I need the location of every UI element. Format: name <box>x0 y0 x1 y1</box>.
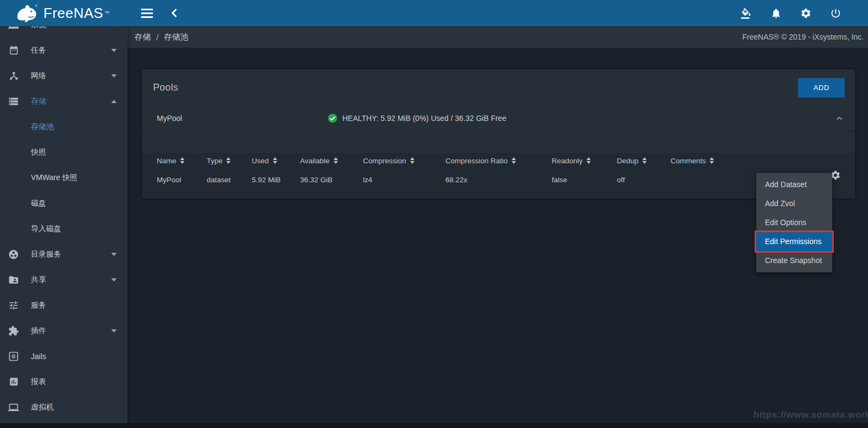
sidebar-item-label: Jails <box>31 352 46 361</box>
chevron-up-icon <box>111 100 117 103</box>
pool-name: MyPool <box>142 114 327 123</box>
cell-dedup: off <box>617 176 671 184</box>
chevron-down-icon <box>111 49 117 52</box>
system-icon <box>8 26 19 30</box>
sidebar-item-label: VMWare 快照 <box>31 173 78 183</box>
pool-health-text: HEALTHY: 5.92 MiB (0%) Used / 36.32 GiB … <box>342 114 506 123</box>
menu-item-add-dataset[interactable]: Add Dataset <box>756 175 832 194</box>
pool-health-status: HEALTHY: 5.92 MiB (0%) Used / 36.32 GiB … <box>327 113 506 124</box>
plugins-puzzle-icon <box>8 325 19 336</box>
sidebar-item-services[interactable]: 服务 <box>0 292 127 318</box>
breadcrumb-separator: / <box>156 33 158 42</box>
breadcrumb-bar: 存储 / 存储池 FreeNAS® © 2019 - iXsystems, In… <box>127 26 868 48</box>
theme-color-fill-icon[interactable] <box>738 5 754 21</box>
pool-expansion-row[interactable]: MyPool HEALTHY: 5.92 MiB (0%) Used / 36.… <box>142 106 855 131</box>
sort-icon <box>642 157 647 164</box>
chevron-down-icon <box>111 26 117 27</box>
breadcrumb-storage[interactable]: 存储 <box>135 32 151 42</box>
dataset-actions-menu: Add Dataset Add Zvol Edit Options Edit P… <box>756 173 832 272</box>
sidebar-item-label: 快照 <box>31 148 46 157</box>
sidebar-item-vmware-snapshots[interactable]: VMWare 快照 <box>0 165 127 190</box>
menu-item-edit-permissions[interactable]: Edit Permissions <box>756 232 832 251</box>
column-header-used[interactable]: Used <box>252 157 300 165</box>
sidebar-item-pools[interactable]: 存储池 <box>0 114 127 139</box>
column-header-readonly[interactable]: Readonly <box>552 157 617 165</box>
column-header-available[interactable]: Available <box>300 157 363 165</box>
top-bar: ® FreeNAS™ <box>0 0 868 26</box>
breadcrumb-pools[interactable]: 存储池 <box>164 32 188 42</box>
pools-card-header: Pools ADD <box>142 69 855 106</box>
menu-item-edit-options[interactable]: Edit Options <box>756 213 832 232</box>
brand-trademark: ™ <box>104 10 109 16</box>
column-header-dedup[interactable]: Dedup <box>617 157 671 165</box>
sidebar-item-label: 网络 <box>31 71 46 81</box>
freenas-shark-icon: ® <box>14 4 39 24</box>
sidebar-item-sharing[interactable]: 共享 <box>0 267 127 292</box>
watermark-text: https://www.somata.work/ <box>754 410 868 420</box>
page-title: Pools <box>153 82 178 93</box>
column-header-compression[interactable]: Compression <box>363 157 445 165</box>
sidebar-item-label: 服务 <box>31 301 46 310</box>
sidebar-item-jails[interactable]: Jails <box>0 343 127 369</box>
sidebar-item-import-disk[interactable]: 导入磁盘 <box>0 216 127 241</box>
sidebar-item-disks[interactable]: 磁盘 <box>0 190 127 216</box>
cell-readonly: false <box>552 176 617 184</box>
network-icon <box>8 71 19 81</box>
divider <box>142 131 855 131</box>
chevron-down-icon <box>111 278 117 282</box>
sidebar-item-label: 目录服务 <box>31 250 61 259</box>
tasks-calendar-icon <box>8 45 19 56</box>
add-pool-button[interactable]: ADD <box>798 78 845 98</box>
sidebar-item-storage[interactable]: 存储 <box>0 88 127 114</box>
column-header-name[interactable]: Name <box>157 157 207 165</box>
jails-icon <box>8 351 19 362</box>
sidebar-item-snapshots[interactable]: 快照 <box>0 139 127 165</box>
sort-icon <box>273 157 277 164</box>
column-header-comments[interactable]: Comments <box>671 157 855 165</box>
sort-icon <box>334 157 338 164</box>
menu-item-add-zvol[interactable]: Add Zvol <box>756 194 832 213</box>
reporting-chart-icon <box>8 376 19 387</box>
sidebar: 系统 任务 网络 存储 存储池 快照 <box>0 26 127 428</box>
directory-services-icon <box>8 249 19 260</box>
sidebar-item-label: 磁盘 <box>31 199 46 208</box>
settings-gear-icon[interactable] <box>798 5 813 21</box>
cell-available: 36.32 GiB <box>300 176 363 184</box>
notifications-bell-icon[interactable] <box>768 5 783 21</box>
column-header-type[interactable]: Type <box>207 157 252 165</box>
collapse-chevron-icon[interactable] <box>835 114 844 123</box>
sort-icon <box>180 157 184 164</box>
sidebar-item-network[interactable]: 网络 <box>0 63 127 88</box>
sidebar-item-directory-services[interactable]: 目录服务 <box>0 241 127 267</box>
sidebar-item-plugins[interactable]: 插件 <box>0 318 127 343</box>
table-row[interactable]: MyPool dataset 5.92 MiB 36.32 GiB lz4 68… <box>157 168 855 191</box>
brand-text: FreeNAS <box>43 5 103 22</box>
vm-computer-icon <box>8 402 19 413</box>
sidebar-item-label: 系统 <box>31 26 46 30</box>
sidebar-item-label: 报表 <box>31 377 46 387</box>
svg-text:®: ® <box>35 4 37 8</box>
menu-toggle-icon[interactable] <box>139 5 155 21</box>
sidebar-item-label: 共享 <box>31 275 46 285</box>
column-header-compression-ratio[interactable]: Compression Ratio <box>445 157 552 165</box>
sharing-folder-icon <box>8 274 19 285</box>
chevron-down-icon <box>111 253 117 256</box>
power-icon[interactable] <box>828 5 843 21</box>
sidebar-item-virtual-machines[interactable]: 虚拟机 <box>0 394 127 420</box>
sidebar-item-system[interactable]: 系统 <box>0 26 127 37</box>
cell-type: dataset <box>207 176 252 184</box>
sidebar-item-label: 导入磁盘 <box>31 224 61 234</box>
sidebar-item-label: 存储 <box>31 97 46 106</box>
nav-back-icon[interactable] <box>167 5 182 21</box>
sort-icon <box>512 157 516 164</box>
sort-icon <box>226 157 231 164</box>
sidebar-item-tasks[interactable]: 任务 <box>0 37 127 63</box>
pools-card: Pools ADD MyPool HEALTHY: 5.92 MiB (0%) … <box>142 69 855 199</box>
chevron-down-icon <box>111 329 117 333</box>
sort-icon <box>410 157 414 164</box>
freenas-logo[interactable]: ® FreeNAS™ <box>0 0 127 26</box>
sidebar-item-reporting[interactable]: 报表 <box>0 369 127 394</box>
freenas-app: ® FreeNAS™ <box>0 0 868 428</box>
page-content: Pools ADD MyPool HEALTHY: 5.92 MiB (0%) … <box>127 48 868 428</box>
menu-item-create-snapshot[interactable]: Create Snapshot <box>756 251 832 270</box>
